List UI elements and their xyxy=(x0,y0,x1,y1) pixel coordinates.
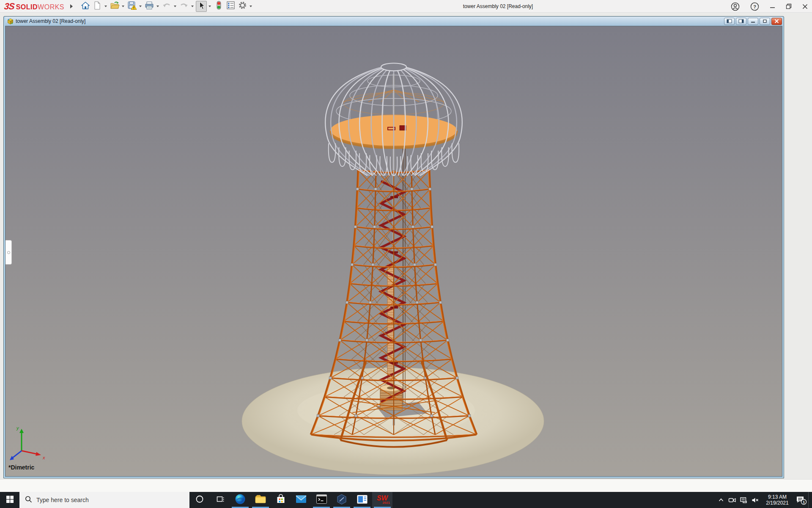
cortana-button[interactable] xyxy=(189,492,210,508)
new-document-button[interactable] xyxy=(92,1,103,12)
action-center-button[interactable]: 1 xyxy=(794,492,808,508)
taskbar-app-microsoft-store[interactable] xyxy=(271,492,291,508)
assembly-icon xyxy=(7,18,14,25)
open-button[interactable] xyxy=(109,1,120,12)
hidden-icons-chevron[interactable] xyxy=(715,492,727,508)
select-cursor-icon xyxy=(198,1,205,11)
search-icon xyxy=(25,496,32,505)
taskbar-app-solidworks-2021[interactable]: SW 2021 xyxy=(372,492,392,508)
taskbar-search[interactable] xyxy=(19,492,189,508)
edge-icon xyxy=(234,493,246,507)
options-button[interactable] xyxy=(237,1,248,12)
taskbar-app-command-prompt[interactable] xyxy=(311,492,332,508)
orientation-label: *Dimetric xyxy=(8,464,35,471)
document-titlebar[interactable]: tower Assembly 02 [Read-only] xyxy=(5,17,782,26)
flyout-handle-icon xyxy=(7,251,10,254)
document-title: tower Assembly 02 [Read-only] xyxy=(16,18,85,24)
mdi-area: tower Assembly 02 [Read-only] xyxy=(0,13,812,492)
clock-date: 2/19/2021 xyxy=(764,500,790,506)
undo-dropdown[interactable] xyxy=(174,6,176,7)
taskbar-app-file-explorer[interactable] xyxy=(250,492,271,508)
status-bar xyxy=(0,479,812,492)
doc-minimize-button[interactable] xyxy=(748,18,758,25)
save-button[interactable] xyxy=(126,1,137,12)
toolbar-expand-arrow[interactable] xyxy=(70,4,73,8)
graphics-area[interactable]: y x *Dimetric xyxy=(5,26,782,477)
user-account-button[interactable] xyxy=(731,2,740,11)
taskbar-app-hexagon[interactable] xyxy=(332,492,352,508)
windows-taskbar: SW 2021 9:13 AM 2/19/2021 1 xyxy=(0,492,812,508)
show-desktop-button[interactable] xyxy=(808,492,810,508)
close-button[interactable] xyxy=(802,4,808,9)
cortana-icon xyxy=(195,495,204,505)
hexagon-app-icon xyxy=(336,494,347,507)
task-view-button[interactable] xyxy=(210,492,230,508)
save-icon xyxy=(128,1,137,11)
mail-icon xyxy=(295,494,307,505)
home-button[interactable] xyxy=(80,1,91,12)
open-dropdown[interactable] xyxy=(122,6,124,7)
print-dropdown[interactable] xyxy=(156,6,159,7)
open-folder-icon xyxy=(110,1,120,11)
save-dropdown[interactable] xyxy=(139,6,142,7)
taskbar-app-edge[interactable] xyxy=(230,492,250,508)
redo-icon xyxy=(180,2,188,11)
window-app-icon xyxy=(357,494,368,506)
search-input[interactable] xyxy=(36,497,189,503)
command-prompt-icon xyxy=(316,494,327,506)
system-tray: 9:13 AM 2/19/2021 1 xyxy=(715,492,812,508)
options-dropdown[interactable] xyxy=(250,6,252,7)
taskbar-app-mail[interactable] xyxy=(291,492,311,508)
volume-muted-icon[interactable] xyxy=(749,492,761,508)
triad-y-label: y xyxy=(16,425,19,431)
home-icon xyxy=(81,1,90,11)
app-titlebar: 3S SOLID WORKS xyxy=(0,0,812,13)
redo-dropdown[interactable] xyxy=(191,6,194,7)
new-document-dropdown[interactable] xyxy=(104,6,107,7)
select-dropdown[interactable] xyxy=(208,6,211,7)
start-button[interactable] xyxy=(0,492,19,508)
notification-badge: 1 xyxy=(803,500,805,504)
featuremanager-flyout-tab[interactable] xyxy=(5,240,12,265)
doc-tile-right-button[interactable] xyxy=(736,18,746,25)
new-document-icon xyxy=(94,1,101,11)
minimize-button[interactable] xyxy=(770,4,775,9)
redo-button[interactable] xyxy=(178,1,189,12)
taskbar-clock[interactable]: 9:13 AM 2/19/2021 xyxy=(764,494,790,506)
task-view-icon xyxy=(216,495,225,505)
windows-logo-icon xyxy=(6,496,14,505)
undo-button[interactable] xyxy=(161,1,172,12)
doc-close-button[interactable] xyxy=(771,18,782,25)
microsoft-store-icon xyxy=(275,494,286,506)
print-button[interactable] xyxy=(144,1,155,12)
gear-icon xyxy=(238,1,247,11)
solidworks-logo-mark: 3S xyxy=(4,1,15,11)
help-button[interactable]: ? xyxy=(750,2,759,11)
rebuild-traffic-light-icon xyxy=(216,1,222,11)
solidworks-logo: 3S SOLID WORKS xyxy=(4,1,64,11)
file-properties-icon xyxy=(227,1,235,11)
undo-icon xyxy=(162,2,171,11)
taskbar-app-window[interactable] xyxy=(352,492,372,508)
file-explorer-icon xyxy=(255,494,266,506)
document-window: tower Assembly 02 [Read-only] xyxy=(3,16,784,478)
print-icon xyxy=(145,1,154,11)
triad-x-label: x xyxy=(42,455,45,460)
svg-text:?: ? xyxy=(753,4,756,9)
rebuild-button[interactable] xyxy=(213,1,224,12)
window-title: tower Assembly 02 [Read-only] xyxy=(266,3,730,9)
doc-tile-left-button[interactable] xyxy=(724,18,735,25)
tower-model-render: y x *Dimetric xyxy=(5,26,782,476)
network-icon[interactable] xyxy=(738,492,749,508)
restore-button[interactable] xyxy=(786,3,792,9)
solidworks-2021-icon: SW xyxy=(377,495,388,501)
meet-now-icon[interactable] xyxy=(727,492,738,508)
file-properties-button[interactable] xyxy=(225,1,236,12)
select-button[interactable] xyxy=(196,1,207,12)
clock-time: 9:13 AM xyxy=(764,494,790,500)
doc-restore-button[interactable] xyxy=(760,18,770,25)
